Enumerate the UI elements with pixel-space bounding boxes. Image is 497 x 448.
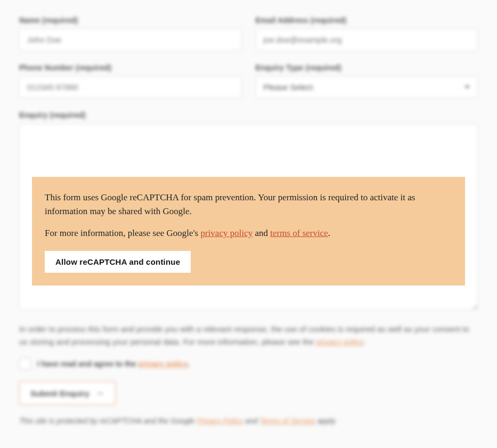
recaptcha-consent-modal: This form uses Google reCAPTCHA for spam… [32,177,465,286]
enquiry-label: Enquiry (required) [19,111,478,119]
allow-recaptcha-button[interactable]: Allow reCAPTCHA and continue [45,251,191,273]
modal-privacy-link[interactable]: privacy policy [200,228,252,238]
enquiry-type-select[interactable]: Please Select: [256,76,478,98]
email-input[interactable] [256,29,478,51]
modal-text-1: This form uses Google reCAPTCHA for spam… [45,191,452,219]
privacy-policy-link-2[interactable]: privacy policy [138,360,187,368]
modal-tos-link[interactable]: terms of service [270,228,328,238]
name-input[interactable] [19,29,242,51]
agree-checkbox-row: I have read and agree to the privacy pol… [19,358,478,370]
agree-checkbox[interactable] [19,358,31,370]
recaptcha-note: This site is protected by reCAPTCHA and … [19,417,478,425]
agree-label: I have read and agree to the privacy pol… [37,360,189,368]
phone-label: Phone Number (required) [19,63,242,72]
name-label: Name (required) [19,16,242,25]
google-privacy-link[interactable]: Privacy Policy [197,417,243,425]
modal-text-2: For more information, please see Google'… [45,226,452,240]
email-label: Email Address (required) [256,16,478,25]
google-tos-link[interactable]: Terms of Service [260,417,316,425]
privacy-policy-link[interactable]: privacy policy [316,337,363,346]
phone-input[interactable] [19,76,242,98]
submit-button[interactable]: Submit Enquiry → [19,381,116,405]
submit-label: Submit Enquiry [30,389,89,398]
consent-text: In order to process this form and provid… [19,323,478,348]
arrow-right-icon: → [95,388,104,398]
enquiry-type-label: Enquiry Type (required) [256,63,478,72]
